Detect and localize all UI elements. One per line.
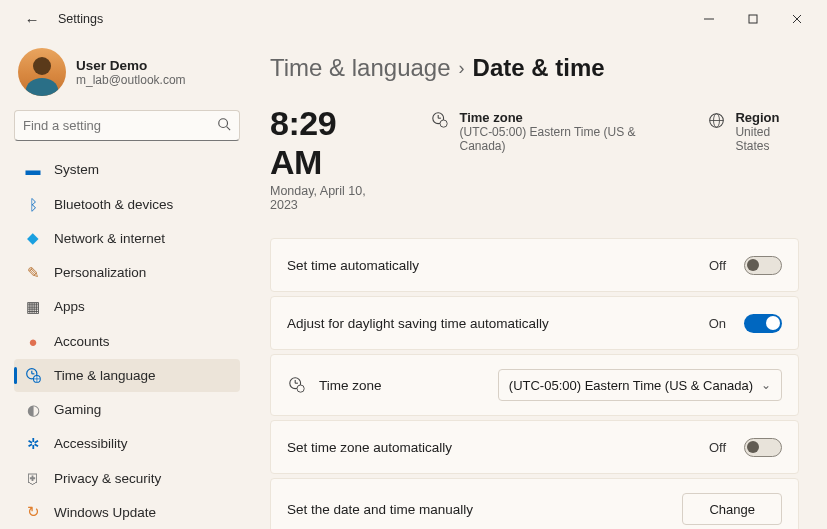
info-value: (UTC-05:00) Eastern Time (US & Canada) bbox=[459, 125, 659, 153]
brush-icon: ✎ bbox=[24, 264, 42, 282]
window-controls bbox=[687, 4, 819, 34]
timezone-dropdown[interactable]: (UTC-05:00) Eastern Time (US & Canada) ⌄ bbox=[498, 369, 782, 401]
setting-label: Set the date and time manually bbox=[287, 502, 670, 517]
nav-item-apps[interactable]: ▦ Apps bbox=[14, 290, 240, 323]
setting-time-zone: Time zone (UTC-05:00) Eastern Time (US &… bbox=[270, 354, 799, 416]
nav-item-system[interactable]: ▬ System bbox=[14, 153, 240, 186]
toggle-set-timezone-automatically[interactable] bbox=[744, 438, 782, 457]
svg-line-5 bbox=[227, 127, 231, 131]
setting-set-manually: Set the date and time manually Change bbox=[270, 478, 799, 529]
breadcrumb: Time & language › Date & time bbox=[270, 54, 799, 82]
toggle-state: On bbox=[709, 316, 726, 331]
nav-label: Personalization bbox=[54, 265, 146, 280]
clock-globe-icon bbox=[431, 110, 449, 130]
nav-label: Apps bbox=[54, 299, 85, 314]
settings-list: Set time automatically Off Adjust for da… bbox=[270, 238, 799, 529]
nav-label: Accessibility bbox=[54, 436, 128, 451]
monitor-icon: ▬ bbox=[24, 161, 42, 179]
setting-label: Adjust for daylight saving time automati… bbox=[287, 316, 697, 331]
main-content: Time & language › Date & time 8:29 AM Mo… bbox=[252, 38, 827, 529]
dropdown-value: (UTC-05:00) Eastern Time (US & Canada) bbox=[509, 378, 753, 393]
setting-dst-automatically: Adjust for daylight saving time automati… bbox=[270, 296, 799, 350]
nav-item-time-language[interactable]: Time & language bbox=[14, 359, 240, 392]
svg-rect-1 bbox=[749, 15, 757, 23]
wifi-icon: ◆ bbox=[24, 229, 42, 247]
accessibility-icon: ✲ bbox=[24, 435, 42, 453]
chevron-down-icon: ⌄ bbox=[761, 378, 771, 392]
nav-label: Bluetooth & devices bbox=[54, 197, 173, 212]
nav-label: Accounts bbox=[54, 334, 110, 349]
nav-label: Time & language bbox=[54, 368, 156, 383]
nav-label: System bbox=[54, 162, 99, 177]
search-input[interactable] bbox=[23, 118, 217, 133]
apps-icon: ▦ bbox=[24, 298, 42, 316]
toggle-state: Off bbox=[709, 440, 726, 455]
nav-item-accessibility[interactable]: ✲ Accessibility bbox=[14, 427, 240, 460]
setting-set-time-automatically: Set time automatically Off bbox=[270, 238, 799, 292]
nav-item-personalization[interactable]: ✎ Personalization bbox=[14, 256, 240, 289]
back-button[interactable]: ← bbox=[18, 5, 46, 33]
nav-item-network[interactable]: ◆ Network & internet bbox=[14, 222, 240, 255]
minimize-button[interactable] bbox=[687, 4, 731, 34]
svg-point-4 bbox=[219, 119, 228, 128]
titlebar: ← Settings bbox=[0, 0, 827, 38]
nav-label: Network & internet bbox=[54, 231, 165, 246]
nav-label: Gaming bbox=[54, 402, 101, 417]
setting-label: Set time zone automatically bbox=[287, 440, 697, 455]
user-name: User Demo bbox=[76, 58, 186, 73]
svg-point-15 bbox=[440, 120, 447, 127]
update-icon: ↻ bbox=[24, 503, 42, 521]
nav-label: Windows Update bbox=[54, 505, 156, 520]
clock-globe-icon bbox=[287, 376, 307, 394]
nav-item-accounts[interactable]: ● Accounts bbox=[14, 325, 240, 358]
current-date: Monday, April 10, 2023 bbox=[270, 184, 383, 212]
chevron-right-icon: › bbox=[459, 58, 465, 79]
clock-block: 8:29 AM Monday, April 10, 2023 bbox=[270, 104, 383, 212]
nav-item-update[interactable]: ↻ Windows Update bbox=[14, 496, 240, 529]
maximize-button[interactable] bbox=[731, 4, 775, 34]
user-profile[interactable]: User Demo m_lab@outlook.com bbox=[14, 42, 240, 110]
nav-label: Privacy & security bbox=[54, 471, 161, 486]
search-input-container[interactable] bbox=[14, 110, 240, 141]
info-label: Region bbox=[735, 110, 799, 125]
nav-item-bluetooth[interactable]: ᛒ Bluetooth & devices bbox=[14, 188, 240, 221]
user-email: m_lab@outlook.com bbox=[76, 73, 186, 87]
setting-label: Time zone bbox=[319, 378, 486, 393]
info-row: 8:29 AM Monday, April 10, 2023 Time zone… bbox=[270, 104, 799, 212]
bluetooth-icon: ᛒ bbox=[24, 195, 42, 213]
window-title: Settings bbox=[58, 12, 103, 26]
globe-icon bbox=[708, 110, 726, 130]
current-time: 8:29 AM bbox=[270, 104, 383, 182]
info-value: United States bbox=[735, 125, 799, 153]
toggle-set-time-automatically[interactable] bbox=[744, 256, 782, 275]
region-info: Region United States bbox=[708, 104, 799, 153]
setting-set-timezone-automatically: Set time zone automatically Off bbox=[270, 420, 799, 474]
svg-point-22 bbox=[297, 385, 304, 392]
nav-item-gaming[interactable]: ◐ Gaming bbox=[14, 393, 240, 426]
sidebar: User Demo m_lab@outlook.com ▬ System ᛒ B… bbox=[0, 38, 252, 529]
avatar bbox=[18, 48, 66, 96]
shield-icon: ⛨ bbox=[24, 469, 42, 487]
nav-list: ▬ System ᛒ Bluetooth & devices ◆ Network… bbox=[14, 153, 240, 529]
close-button[interactable] bbox=[775, 4, 819, 34]
timezone-info: Time zone (UTC-05:00) Eastern Time (US &… bbox=[431, 104, 659, 153]
nav-item-privacy[interactable]: ⛨ Privacy & security bbox=[14, 461, 240, 494]
person-icon: ● bbox=[24, 332, 42, 350]
page-title: Date & time bbox=[473, 54, 605, 82]
change-button[interactable]: Change bbox=[682, 493, 782, 525]
toggle-state: Off bbox=[709, 258, 726, 273]
breadcrumb-parent[interactable]: Time & language bbox=[270, 54, 451, 82]
setting-label: Set time automatically bbox=[287, 258, 697, 273]
toggle-dst-automatically[interactable] bbox=[744, 314, 782, 333]
gamepad-icon: ◐ bbox=[24, 401, 42, 419]
clock-globe-icon bbox=[24, 366, 42, 384]
info-label: Time zone bbox=[459, 110, 659, 125]
search-icon bbox=[217, 117, 231, 134]
